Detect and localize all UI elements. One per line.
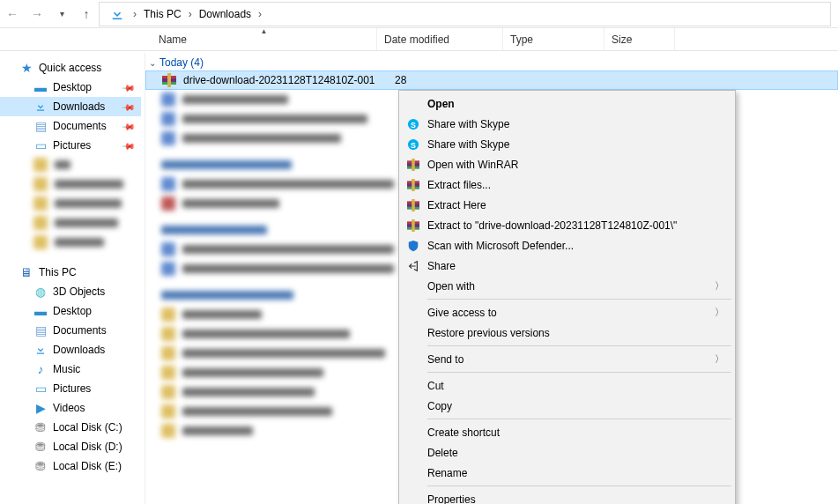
ctx-cut[interactable]: Cut	[401, 375, 733, 396]
ctx-share[interactable]: Share	[401, 256, 733, 276]
ctx-label: Extract files...	[427, 179, 491, 191]
star-icon: ★	[19, 61, 33, 75]
music-icon: ♪	[33, 362, 48, 376]
breadcrumb-chevron-icon[interactable]: ›	[131, 8, 138, 20]
sidebar-item-downloads[interactable]: Downloads	[0, 340, 141, 359]
breadcrumb-this-pc[interactable]: This PC	[138, 8, 187, 20]
column-type[interactable]: Type	[503, 28, 604, 50]
ctx-separator	[427, 372, 731, 373]
ctx-defender[interactable]: Scan with Microsoft Defender...	[401, 235, 733, 256]
ctx-separator	[427, 345, 731, 346]
file-row-selected[interactable]: drive-download-20231128T124810Z-001 28	[145, 70, 838, 90]
ctx-send-to[interactable]: Send to〉	[401, 349, 733, 369]
address-bar: ← → ▾ ↑ › This PC › Downloads ›	[0, 0, 838, 28]
column-name[interactable]: Name▲	[152, 28, 377, 50]
ctx-share-skype[interactable]: SShare with Skype	[401, 134, 733, 154]
ctx-open[interactable]: Open	[401, 93, 733, 114]
column-size[interactable]: Size	[604, 28, 675, 50]
ctx-give-access[interactable]: Give access to〉	[401, 302, 733, 322]
sidebar-label: Pictures	[53, 382, 91, 395]
sidebar-label: Local Disk (D:)	[53, 441, 122, 453]
sidebar-label: Local Disk (E:)	[53, 460, 122, 472]
sidebar-item-3d-objects[interactable]: ◍3D Objects	[0, 282, 141, 301]
back-button[interactable]: ←	[0, 2, 25, 26]
sidebar-label: Documents	[53, 324, 107, 337]
sidebar-label: Videos	[53, 402, 85, 414]
sidebar-label: Pictures	[53, 139, 91, 152]
breadcrumb-downloads[interactable]: Downloads	[194, 8, 256, 20]
ctx-properties[interactable]: Properties	[401, 489, 733, 504]
recent-locations-chevron[interactable]: ▾	[49, 2, 74, 26]
ctx-share-skype[interactable]: SShare with Skype	[401, 114, 733, 134]
svg-rect-22	[412, 199, 415, 211]
shield-icon	[406, 239, 420, 253]
sidebar-label: Desktop	[53, 81, 92, 93]
file-name: drive-download-20231128T124810Z-001	[183, 74, 388, 86]
ctx-label: Give access to	[427, 307, 497, 319]
sidebar-item-local-disk-c[interactable]: ⛃Local Disk (C:)	[0, 418, 141, 437]
svg-rect-0	[113, 18, 122, 19]
downloads-icon	[33, 100, 48, 114]
sidebar-item-blurred[interactable]	[0, 213, 141, 233]
address-path[interactable]: › This PC › Downloads ›	[99, 2, 831, 26]
breadcrumb-chevron-icon[interactable]: ›	[187, 8, 194, 20]
ctx-extract-here[interactable]: Extract Here	[401, 195, 733, 215]
sidebar-item-blurred[interactable]	[0, 174, 141, 194]
column-date-modified[interactable]: Date modified	[377, 28, 503, 50]
downloads-icon	[33, 343, 48, 357]
sidebar-item-documents[interactable]: ▤Documents	[0, 321, 141, 340]
context-menu: Open SShare with Skype SShare with Skype…	[398, 90, 736, 504]
sidebar-item-downloads[interactable]: Downloads 📌	[0, 97, 141, 116]
sidebar-item-local-disk-e[interactable]: ⛃Local Disk (E:)	[0, 456, 141, 476]
ctx-label: Extract Here	[427, 199, 486, 211]
ctx-extract-files[interactable]: Extract files...	[401, 174, 733, 195]
sidebar-item-desktop[interactable]: ▬Desktop	[0, 301, 141, 321]
sidebar-item-music[interactable]: ♪Music	[0, 359, 141, 379]
ctx-open-with[interactable]: Open with〉	[401, 276, 733, 296]
sidebar-item-blurred[interactable]	[0, 194, 141, 213]
sidebar-item-pictures[interactable]: ▭ Pictures 📌	[0, 136, 141, 155]
svg-rect-18	[412, 179, 415, 191]
sidebar-item-local-disk-d[interactable]: ⛃Local Disk (D:)	[0, 437, 141, 456]
ctx-label: Send to	[427, 353, 463, 366]
up-button[interactable]: ↑	[74, 2, 99, 26]
ctx-rename[interactable]: Rename	[401, 463, 733, 483]
skype-icon: S	[406, 117, 420, 131]
sidebar-label: This PC	[39, 266, 77, 278]
ctx-extract-to[interactable]: Extract to "drive-download-20231128T1248…	[401, 215, 733, 235]
svg-text:S: S	[411, 140, 416, 149]
sidebar-item-videos[interactable]: ▶Videos	[0, 398, 141, 418]
ctx-restore-versions[interactable]: Restore previous versions	[401, 322, 733, 343]
sidebar-item-desktop[interactable]: ▬ Desktop 📌	[0, 78, 141, 97]
svg-rect-14	[412, 159, 415, 171]
chevron-down-icon: ⌄	[149, 58, 156, 68]
ctx-open-winrar[interactable]: Open with WinRAR	[401, 154, 733, 174]
svg-rect-2	[37, 353, 44, 354]
pictures-icon: ▭	[33, 138, 48, 152]
ctx-separator	[427, 299, 731, 300]
winrar-icon	[406, 219, 420, 233]
group-header-today[interactable]: ⌄ Today (4)	[145, 55, 838, 70]
winrar-archive-icon	[162, 73, 176, 87]
breadcrumb-chevron-icon[interactable]: ›	[256, 8, 263, 20]
sidebar-label: Quick access	[39, 62, 101, 74]
ctx-separator	[427, 419, 731, 419]
sidebar-item-pictures[interactable]: ▭Pictures	[0, 379, 141, 398]
winrar-icon	[406, 198, 420, 212]
sidebar-label: Local Disk (C:)	[53, 421, 122, 434]
chevron-right-icon: 〉	[715, 352, 724, 366]
pictures-icon: ▭	[33, 382, 48, 396]
forward-button[interactable]: →	[25, 2, 49, 26]
ctx-create-shortcut[interactable]: Create shortcut	[401, 422, 733, 442]
pin-icon: 📌	[122, 80, 136, 94]
documents-icon: ▤	[33, 323, 48, 337]
desktop-icon: ▬	[33, 304, 48, 318]
sidebar-item-blurred[interactable]	[0, 233, 141, 252]
sidebar-quick-access[interactable]: ★ Quick access	[0, 58, 141, 78]
sidebar-item-blurred[interactable]	[0, 155, 141, 174]
pin-icon: 📌	[122, 138, 136, 152]
sidebar-this-pc[interactable]: 🖥 This PC	[0, 263, 141, 282]
ctx-delete[interactable]: Delete	[401, 442, 733, 463]
ctx-copy[interactable]: Copy	[401, 396, 733, 416]
sidebar-item-documents[interactable]: ▤ Documents 📌	[0, 116, 141, 136]
